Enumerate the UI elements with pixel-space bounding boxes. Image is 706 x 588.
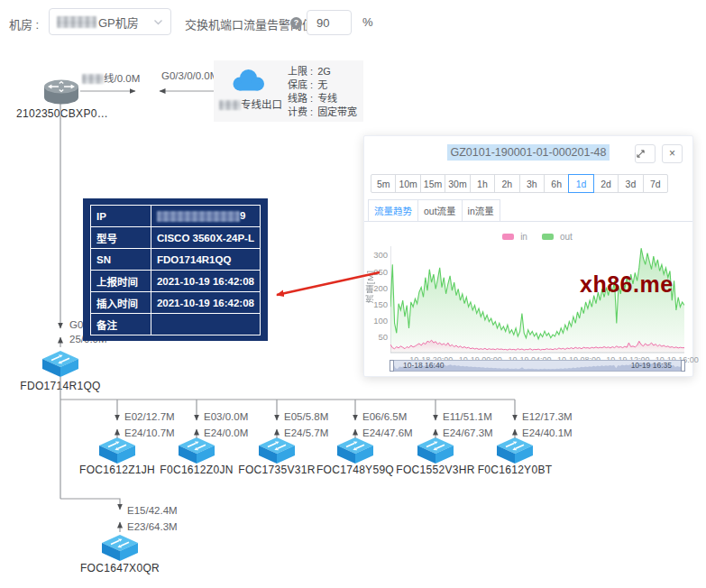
tooltip-row: IP 9 [91,206,261,227]
datazoom-end-label: 10-19 16:35 [631,361,672,371]
tooltip-row: 插入时间2021-10-19 16:42:08 [91,292,261,314]
range-button-2d[interactable]: 2d [593,174,619,193]
legend-out-label: out [560,232,573,242]
redacted-room-prefix [57,16,96,28]
chart-legend: in out [390,232,684,242]
datazoom-start-label: 10-18 16:40 [403,361,444,371]
leaf-switch-group: E06/6.5M E24/47.6M FOC1748Y59Q [310,406,400,489]
datazoom-slider[interactable]: 10-18 16:40 10-19 16:35 [390,360,684,372]
leaf-switch-group: E05/5.8M E24/5.7M FOC1735V31R [232,406,322,489]
y-tick-label: 100 [373,315,388,325]
traffic-popup: GZ0101-190001-01-000201-48 × 5m 10m 15m … [363,135,693,377]
range-button-3d[interactable]: 3d [618,174,643,193]
y-tick-label: 200 [373,282,388,292]
range-button-5m[interactable]: 5m [371,174,396,193]
range-button-10m[interactable]: 10m [395,174,420,193]
room-select[interactable]: GP机房 [49,8,171,35]
redacted-ip [157,211,240,222]
switch-name: F0C1612Y0BT [461,464,569,476]
edge-label-down: E12/17.3M [522,411,573,422]
range-button-2h[interactable]: 2h [494,174,519,193]
leaf-switch-group: E11/51.1M E24/67.3M FOC1552V3HR [390,406,481,489]
leaf-switch-group: E02/12.7M E24/10.7M FOC1612Z1JH [72,406,162,489]
router-name: 2102350CBXP0… [16,107,124,120]
range-button-15m[interactable]: 15m [420,174,445,193]
switch-icon[interactable] [257,435,297,465]
core-switch-icon[interactable] [41,348,80,379]
fullscreen-icon [636,149,646,159]
range-button-3h[interactable]: 3h [519,174,545,193]
switch-icon[interactable] [100,532,140,563]
y-axis-ticks: 50100150200250300 [366,244,388,354]
close-icon: × [669,147,675,160]
edge-label-down: E15/42.4M [127,505,178,516]
edge-label-in: G0/3/0/0.0M [161,70,218,81]
info-row: 线路 :专线 [288,92,357,106]
cloud-label: 专线出口 [219,96,282,111]
datazoom-right-handle[interactable] [681,360,685,372]
y-tick-label: 300 [373,250,388,260]
legend-in-swatch[interactable] [502,234,514,240]
datazoom-left-handle[interactable] [390,360,394,372]
info-row: 计费 :固定带宽 [288,106,357,119]
cloud-icon[interactable] [229,66,269,93]
info-row: 上限 :2G [288,65,357,78]
switch-icon[interactable] [97,435,137,465]
tab-trend[interactable]: 流量趋势 [368,199,418,221]
legend-in-label: in [520,232,527,242]
room-select-value: GP机房 [98,14,139,31]
redacted-cloud-prefix [219,100,241,110]
close-button[interactable]: × [662,144,683,163]
switch-name: FOC1647X0QR [66,562,174,574]
y-tick-label: 250 [373,266,388,276]
tooltip-row: 型号CISCO 3560X-24P-L [91,227,261,249]
watermark: xh86.me [580,271,674,298]
chevron-down-icon [153,19,163,25]
edge-label-up: E23/64.3M [127,521,178,532]
redacted-link-prefix [82,74,104,84]
leaf-switch-group: E12/17.3M E24/40.1M F0C1612Y0BT [470,406,560,489]
legend-out-swatch[interactable] [542,234,554,240]
y-tick-label: 150 [373,299,388,308]
range-button-30m[interactable]: 30m [445,174,470,193]
tab-in-traffic[interactable]: in流量 [462,199,500,221]
uplink-info-list: 上限 :2G 保底 :无 线路 :专线 计费 :固定带宽 [288,60,357,122]
app-canvas: 机房 : GP机房 交换机端口流量告警阈值 ? % 2102350CBXP0… … [0,0,706,588]
question-icon[interactable]: ? [290,17,302,29]
tooltip-row: 上报时间2021-10-19 16:42:08 [91,271,261,292]
time-range-group: 5m 10m 15m 30m 1h 2h 3h 6h 1d 2d 3d 7d [371,174,668,193]
switch-icon[interactable] [416,435,455,465]
threshold-unit: % [362,15,373,29]
leaf-switch-group: E03/0.0M E24/0.0M F0C1612Z0JN [151,406,242,489]
chart-tabs: 流量趋势 out流量 in流量 [364,199,692,222]
switch-icon[interactable] [335,435,375,465]
trend-chart [390,244,684,354]
y-tick-label: 50 [378,331,388,341]
range-button-1h[interactable]: 1h [470,174,495,193]
info-row: 保底 :无 [288,78,357,92]
tooltip-row: 备注 [91,314,261,335]
range-button-7d[interactable]: 7d [643,174,668,193]
threshold-input[interactable] [307,10,352,35]
core-edge-label-down: G0 [69,319,83,330]
range-button-1d[interactable]: 1d [568,174,593,193]
range-button-6h[interactable]: 6h [544,174,569,193]
tab-out-traffic[interactable]: out流量 [417,199,463,221]
edge-label-out: 线/0.0M [82,70,140,85]
room-label: 机房 : [9,15,39,32]
router-icon[interactable] [43,78,79,106]
uplink-cloud-card: 专线出口 上限 :2G 保底 :无 线路 :专线 计费 :固定带宽 [214,60,363,122]
device-tooltip: IP 9 型号CISCO 3560X-24P-L SNFDO1714R1QQ 上… [83,198,268,341]
core-switch-name: FDO1714R1QQ [6,380,115,392]
tooltip-row: SNFDO1714R1QQ [91,249,261,271]
switch-icon[interactable] [495,435,535,465]
switch-icon[interactable] [177,435,216,465]
fullscreen-button[interactable] [635,144,656,163]
